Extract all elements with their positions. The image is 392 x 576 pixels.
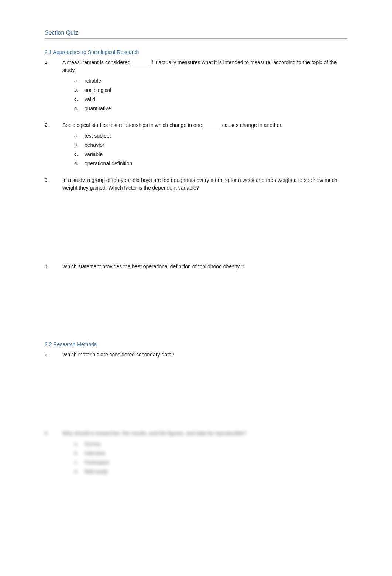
blurred-answer-6a-label: a.: [74, 440, 82, 448]
answer-2b-text: behavior: [85, 141, 104, 149]
blurred-answer-6c: c. Participant: [74, 459, 347, 466]
question-3-body: In a study, a group of ten-year-old boys…: [62, 176, 347, 192]
answer-1d-text: quantitative: [85, 105, 111, 113]
answer-1b-text: sociological: [85, 86, 111, 94]
page-container: Section Quiz 2.1 Approaches to Sociologi…: [37, 0, 355, 499]
question-5-number: 5.: [45, 351, 62, 359]
section-2-1: 2.1 Approaches to Sociological Research …: [45, 49, 347, 332]
question-5-answer-space: [45, 362, 347, 421]
answer-1d: d. quantitative: [74, 105, 347, 113]
answer-1a: a. reliable: [74, 77, 347, 85]
answer-1b: b. sociological: [74, 86, 347, 94]
blurred-answer-6a-text: Survey: [85, 440, 101, 448]
blurred-answer-6b-label: b.: [74, 449, 82, 457]
blurred-question-6-text: 6. Why should a researcher, the results,…: [45, 430, 347, 437]
answer-2d-text: operational definition: [85, 160, 132, 168]
answer-2d: d. operational definition: [74, 160, 347, 168]
question-3-text: 3. In a study, a group of ten-year-old b…: [45, 176, 347, 192]
section-2-2: 2.2 Research Methods 5. Which materials …: [45, 341, 347, 421]
blurred-question-6-body: Why should a researcher, the results, an…: [62, 430, 347, 437]
blurred-answer-6d-label: d.: [74, 468, 82, 475]
answer-2c-text: variable: [85, 151, 103, 158]
question-4-answer-space: [45, 273, 347, 332]
answer-2b-label: b.: [74, 141, 82, 149]
answer-1c: c. valid: [74, 96, 347, 103]
section-quiz-title: Section Quiz: [45, 30, 78, 36]
blurred-answer-6d: d. field study: [74, 468, 347, 476]
blurred-answer-6b: b. Interview: [74, 449, 347, 457]
question-2-number: 2.: [45, 121, 62, 129]
answer-1c-text: valid: [85, 96, 95, 103]
answer-2c: c. variable: [74, 151, 347, 158]
answer-2a-label: a.: [74, 132, 82, 139]
question-1-text: 1. A measurement is considered ______ if…: [45, 59, 347, 74]
answer-2d-label: d.: [74, 160, 82, 167]
question-1-block: 1. A measurement is considered ______ if…: [45, 59, 347, 113]
section-quiz-header: Section Quiz: [45, 30, 347, 39]
blurred-answer-6d-text: field study: [85, 468, 108, 476]
answer-2a: a. test subject: [74, 132, 347, 140]
question-5-block: 5. Which materials are considered second…: [45, 351, 347, 421]
blurred-answer-6c-text: Participant: [85, 459, 109, 466]
blurred-answer-6a: a. Survey: [74, 440, 347, 448]
question-2-body: Sociological studies test relationships …: [62, 121, 347, 129]
question-3-answer-space: [45, 195, 347, 254]
question-1-number: 1.: [45, 59, 62, 74]
question-3-number: 3.: [45, 176, 62, 192]
question-2-answers: a. test subject b. behavior c. variable …: [45, 132, 347, 168]
answer-1a-label: a.: [74, 77, 82, 84]
answer-2b: b. behavior: [74, 141, 347, 149]
question-1-answers: a. reliable b. sociological c. valid d. …: [45, 77, 347, 113]
question-3-block: 3. In a study, a group of ten-year-old b…: [45, 176, 347, 254]
subsection-2-1-title: 2.1 Approaches to Sociological Research: [45, 49, 347, 55]
blurred-question-6-number: 6.: [45, 430, 62, 437]
question-2-block: 2. Sociological studies test relationshi…: [45, 121, 347, 168]
blurred-question-6-block: 6. Why should a researcher, the results,…: [45, 430, 347, 476]
blurred-answer-6b-text: Interview: [85, 449, 105, 457]
question-4-block: 4. Which statement provides the best ope…: [45, 263, 347, 332]
answer-1c-label: c.: [74, 96, 82, 103]
question-4-number: 4.: [45, 263, 62, 270]
question-4-text: 4. Which statement provides the best ope…: [45, 263, 347, 270]
answer-1d-label: d.: [74, 105, 82, 112]
subsection-2-2-title: 2.2 Research Methods: [45, 341, 347, 347]
answer-1a-text: reliable: [85, 77, 101, 85]
question-5-text: 5. Which materials are considered second…: [45, 351, 347, 359]
question-2-text: 2. Sociological studies test relationshi…: [45, 121, 347, 129]
answer-1b-label: b.: [74, 86, 82, 94]
question-1-body: A measurement is considered ______ if it…: [62, 59, 347, 74]
blurred-question-6-answers: a. Survey b. Interview c. Participant d.…: [45, 440, 347, 476]
answer-2c-label: c.: [74, 151, 82, 158]
answer-2a-text: test subject: [85, 132, 111, 140]
blurred-answer-6c-label: c.: [74, 459, 82, 466]
question-5-body: Which materials are considered secondary…: [62, 351, 347, 359]
question-4-body: Which statement provides the best operat…: [62, 263, 347, 270]
